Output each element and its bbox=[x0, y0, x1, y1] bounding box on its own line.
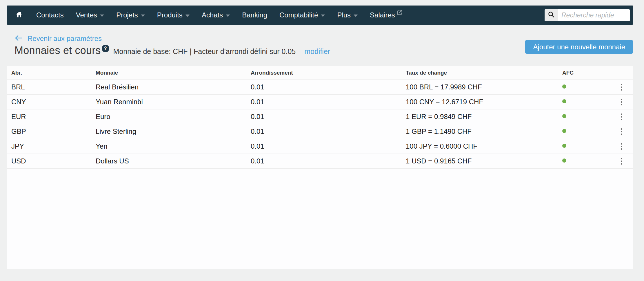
chevron-down-icon bbox=[141, 15, 145, 17]
cell-exchange-rate: 100 JPY = 0.6000 CHF bbox=[406, 142, 562, 150]
search-input[interactable] bbox=[558, 9, 630, 21]
nav-item-comptabilite[interactable]: Comptabilité bbox=[273, 6, 331, 25]
nav-item-label: Achats bbox=[202, 11, 223, 19]
cell-abr: BRL bbox=[11, 83, 96, 91]
nav-item-label: Projets bbox=[116, 11, 138, 19]
table-row-jpy: JPY Yen 0.01 100 JPY = 0.6000 CHF bbox=[7, 139, 633, 154]
cell-abr: JPY bbox=[11, 142, 96, 150]
cell-rounding: 0.01 bbox=[251, 142, 406, 150]
nav-item-label: Salaires bbox=[370, 11, 395, 19]
chevron-down-icon bbox=[321, 15, 325, 17]
nav-item-label: Contacts bbox=[36, 11, 64, 19]
edit-link[interactable]: modifier bbox=[304, 47, 330, 56]
row-menu-button[interactable] bbox=[619, 142, 624, 151]
nav-item-projets[interactable]: Projets bbox=[110, 6, 151, 25]
add-currency-button[interactable]: Ajouter une nouvelle monnaie bbox=[525, 40, 633, 54]
cell-currency-name: Real Brésilien bbox=[96, 83, 251, 91]
table-row-usd: USD Dollars US 0.01 1 USD = 0.9165 CHF bbox=[7, 154, 633, 169]
column-header-afc: AFC bbox=[562, 70, 606, 76]
cell-exchange-rate: 100 BRL = 17.9989 CHF bbox=[406, 83, 562, 91]
nav-item-salaires[interactable]: Salaires bbox=[364, 6, 409, 25]
page-header: Revenir aux paramètres Monnaies et cours… bbox=[7, 25, 633, 66]
cell-exchange-rate: 1 GBP = 1.1490 CHF bbox=[406, 127, 562, 136]
cell-abr: GBP bbox=[11, 127, 96, 136]
afc-status-dot bbox=[562, 144, 566, 148]
row-menu-button[interactable] bbox=[619, 83, 624, 92]
cell-abr: EUR bbox=[11, 113, 96, 121]
nav-item-label: Produits bbox=[157, 11, 183, 19]
row-menu-button[interactable] bbox=[619, 127, 624, 136]
row-menu-button[interactable] bbox=[619, 112, 624, 121]
nav-item-plus[interactable]: Plus bbox=[331, 6, 364, 25]
nav-item-ventes[interactable]: Ventes bbox=[70, 6, 110, 25]
base-currency-subtitle: Monnaie de base: CHF | Facteur d'arrondi… bbox=[113, 47, 296, 56]
nav-item-label: Banking bbox=[242, 11, 267, 19]
back-to-settings-link[interactable]: Revenir aux paramètres bbox=[14, 34, 102, 43]
cell-exchange-rate: 1 USD = 0.9165 CHF bbox=[406, 157, 562, 165]
chevron-down-icon bbox=[185, 15, 190, 17]
afc-status-dot bbox=[562, 129, 566, 133]
back-label: Revenir aux paramètres bbox=[28, 35, 102, 43]
cell-rounding: 0.01 bbox=[251, 98, 406, 106]
search-button[interactable] bbox=[545, 9, 558, 21]
cell-currency-name: Euro bbox=[96, 113, 251, 121]
cell-currency-name: Yen bbox=[96, 142, 251, 150]
arrow-left-icon bbox=[14, 34, 23, 43]
search-icon bbox=[548, 11, 555, 19]
nav-item-label: Comptabilité bbox=[279, 11, 318, 19]
cell-rounding: 0.01 bbox=[251, 157, 406, 165]
cell-rounding: 0.01 bbox=[251, 83, 406, 91]
quick-search bbox=[545, 9, 630, 21]
afc-status-dot bbox=[562, 99, 566, 103]
chevron-down-icon bbox=[226, 15, 230, 17]
cell-currency-name: Dollars US bbox=[96, 157, 251, 165]
nav-item-label: Plus bbox=[337, 11, 351, 19]
nav-item-label: Ventes bbox=[76, 11, 97, 19]
cell-abr: USD bbox=[11, 157, 96, 165]
chevron-down-icon bbox=[100, 15, 104, 17]
home-icon bbox=[16, 11, 23, 19]
nav-item-contacts[interactable]: Contacts bbox=[30, 6, 70, 25]
table-row-cny: CNY Yuan Renminbi 0.01 100 CNY = 12.6719… bbox=[7, 95, 633, 109]
external-link-icon bbox=[397, 9, 403, 17]
nav-item-achats[interactable]: Achats bbox=[196, 6, 236, 25]
afc-status-dot bbox=[562, 158, 566, 163]
table-header-row: Abr. Monnaie Arrondissement Taux de chan… bbox=[7, 66, 633, 80]
help-icon[interactable]: ? bbox=[102, 45, 109, 52]
cell-currency-name: Livre Sterling bbox=[96, 127, 251, 136]
cell-currency-name: Yuan Renminbi bbox=[96, 98, 251, 106]
nav-item-produits[interactable]: Produits bbox=[151, 6, 196, 25]
cell-rounding: 0.01 bbox=[251, 113, 406, 121]
top-navbar: Contacts Ventes Projets Produits Achats … bbox=[7, 6, 633, 25]
heading-row: Monnaies et cours ? Monnaie de base: CHF… bbox=[14, 44, 330, 57]
row-menu-button[interactable] bbox=[619, 157, 624, 166]
column-header-arrondissement: Arrondissement bbox=[251, 70, 406, 76]
currencies-table: Abr. Monnaie Arrondissement Taux de chan… bbox=[7, 66, 633, 269]
column-header-monnaie: Monnaie bbox=[96, 70, 251, 76]
cell-exchange-rate: 1 EUR = 0.9849 CHF bbox=[406, 113, 562, 121]
table-row-eur: EUR Euro 0.01 1 EUR = 0.9849 CHF bbox=[7, 109, 633, 124]
afc-status-dot bbox=[562, 84, 566, 89]
afc-status-dot bbox=[562, 114, 566, 118]
page-title: Monnaies et cours bbox=[14, 44, 101, 57]
chevron-down-icon bbox=[354, 15, 358, 17]
nav-home-button[interactable] bbox=[7, 6, 30, 25]
table-row-brl: BRL Real Brésilien 0.01 100 BRL = 17.998… bbox=[7, 80, 633, 95]
column-header-taux: Taux de change bbox=[406, 70, 562, 76]
nav-item-banking[interactable]: Banking bbox=[236, 6, 273, 25]
row-menu-button[interactable] bbox=[619, 98, 624, 107]
cell-rounding: 0.01 bbox=[251, 127, 406, 136]
table-row-gbp: GBP Livre Sterling 0.01 1 GBP = 1.1490 C… bbox=[7, 124, 633, 139]
cell-abr: CNY bbox=[11, 98, 96, 106]
cell-exchange-rate: 100 CNY = 12.6719 CHF bbox=[406, 98, 562, 106]
column-header-abr: Abr. bbox=[11, 70, 96, 76]
